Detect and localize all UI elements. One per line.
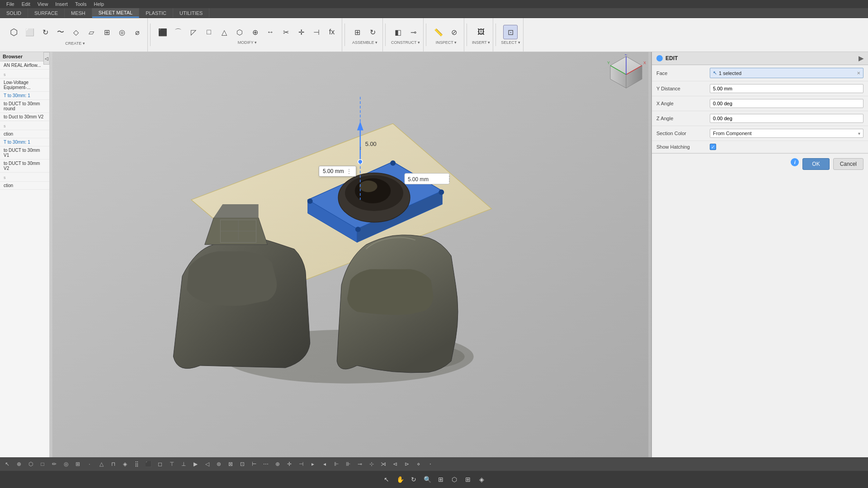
assemble-joint-btn[interactable]: ⊞: [350, 25, 364, 39]
panel-item-duct-v1[interactable]: to DUCT to 30mm V1: [0, 146, 49, 160]
zangle-input[interactable]: [710, 114, 863, 123]
menu-edit[interactable]: Edit: [19, 1, 33, 7]
modify-fillet-btn[interactable]: ⌒: [171, 25, 185, 39]
construct-plane-btn[interactable]: ◧: [391, 25, 405, 39]
sectioncolor-select[interactable]: From Component ▾: [710, 129, 863, 138]
tool-m3-btn[interactable]: ⊤: [166, 459, 177, 469]
tool-m21-btn[interactable]: ⋊: [378, 459, 389, 469]
create-sweep-btn[interactable]: 〜: [53, 25, 68, 39]
panel-item-duct-v2[interactable]: to Duct to 30mm V2: [0, 113, 49, 121]
menu-file[interactable]: File: [4, 1, 17, 7]
panel-item-duct-v2b[interactable]: to DUCT to 30mm V2: [0, 160, 49, 173]
tab-sheetmetal[interactable]: SHEET METAL: [92, 8, 139, 18]
panel-item-lowvoltage[interactable]: Low-Voltage Equipment-...: [0, 79, 49, 92]
tool-m17-btn[interactable]: ⊩: [331, 459, 342, 469]
insert-image-btn[interactable]: 🖼: [474, 25, 488, 39]
tab-surface[interactable]: SURFACE: [28, 8, 65, 18]
tool-m23-btn[interactable]: ⊳: [401, 459, 412, 469]
bottom-zoomfit-btn[interactable]: ⊞: [435, 474, 447, 485]
create-thread-btn[interactable]: ⌀: [130, 25, 145, 39]
tool-m12-btn[interactable]: ⊕: [272, 459, 283, 469]
tool-m22-btn[interactable]: ⊲: [390, 459, 401, 469]
tool-m4-btn[interactable]: ⊥: [178, 459, 189, 469]
tool-sketch-btn[interactable]: ✏: [49, 459, 60, 469]
ydistance-input[interactable]: [710, 84, 863, 93]
face-clear-btn[interactable]: ×: [857, 70, 860, 76]
tool-m14-btn[interactable]: ⊣: [296, 459, 307, 469]
menu-view[interactable]: View: [35, 1, 51, 7]
panel-item-t30mm-1[interactable]: T to 30mm: 1: [0, 92, 49, 100]
tool-m5-btn[interactable]: ▶: [190, 459, 201, 469]
panel-toggle[interactable]: ◁: [43, 52, 50, 65]
create-hole-btn[interactable]: ◎: [115, 25, 129, 39]
tool-origin-btn[interactable]: ◎: [61, 459, 71, 469]
bottom-orbit-btn[interactable]: ↻: [408, 474, 420, 485]
create-web-btn[interactable]: ⊞: [99, 25, 114, 39]
modify-draft-btn[interactable]: △: [217, 25, 231, 39]
tool-component-btn[interactable]: ⬡: [25, 459, 36, 469]
tool-m10-btn[interactable]: ⊢: [249, 459, 259, 469]
info-button[interactable]: i: [791, 158, 799, 166]
modify-scale-btn[interactable]: ⬡: [232, 25, 247, 39]
tooltip-more-btn[interactable]: ⋮: [346, 168, 352, 175]
tab-solid[interactable]: SOLID: [0, 8, 28, 18]
create-rib-btn[interactable]: ▱: [84, 25, 99, 39]
xangle-input[interactable]: [710, 99, 863, 108]
modify-replace-face-btn[interactable]: ↔: [263, 25, 278, 39]
tool-pattern-btn[interactable]: ⣿: [131, 459, 142, 469]
showhatching-checkbox[interactable]: ✓: [710, 144, 716, 150]
bottom-grid-btn[interactable]: ⊞: [462, 474, 474, 485]
tool-m24-btn[interactable]: ⋄: [413, 459, 424, 469]
select-btn[interactable]: ⊡: [503, 25, 518, 39]
tool-m6-btn[interactable]: ◁: [202, 459, 212, 469]
tool-m8-btn[interactable]: ⊠: [225, 459, 236, 469]
modify-chamfer-btn[interactable]: ◸: [186, 25, 201, 39]
sectioncolor-arrow[interactable]: ▾: [858, 131, 860, 136]
tab-mesh[interactable]: MESH: [65, 8, 92, 18]
tool-m7-btn[interactable]: ⊛: [213, 459, 224, 469]
tool-point-btn[interactable]: ·: [84, 459, 95, 469]
modify-split-btn[interactable]: ✂: [278, 25, 293, 39]
tool-select-btn[interactable]: ↖: [2, 459, 13, 469]
tool-m16-btn[interactable]: ◂: [319, 459, 330, 469]
bottom-zoom-btn[interactable]: 🔍: [421, 474, 433, 485]
tool-weld-btn[interactable]: △: [96, 459, 107, 469]
tool-m15-btn[interactable]: ▸: [307, 459, 318, 469]
bottom-pan-btn[interactable]: ✋: [394, 474, 406, 485]
modify-shell-btn[interactable]: □: [202, 25, 216, 39]
panel-item-project[interactable]: AN REAL Airflow...: [0, 61, 49, 70]
tool-m18-btn[interactable]: ⊪: [343, 459, 354, 469]
bottom-select-btn[interactable]: ↖: [381, 474, 392, 485]
modify-move-btn[interactable]: ✛: [294, 25, 308, 39]
create-new-component-btn[interactable]: ⬡: [5, 24, 22, 40]
tool-snap-btn[interactable]: ⊕: [14, 459, 24, 469]
tool-joint2-btn[interactable]: ⊓: [108, 459, 118, 469]
tool-m20-btn[interactable]: ⊹: [366, 459, 377, 469]
menu-help[interactable]: Help: [91, 1, 107, 7]
modify-fx-btn[interactable]: fx: [325, 25, 339, 39]
inspect-interference-btn[interactable]: ⊘: [447, 25, 461, 39]
ok-button[interactable]: OK: [802, 158, 829, 170]
tool-m19-btn[interactable]: ⊸: [354, 459, 365, 469]
panel-item-duct-round[interactable]: to DUCT to 30mm round: [0, 100, 49, 113]
tool-m25-btn[interactable]: ⋅: [425, 459, 436, 469]
view-cube[interactable]: X Y Z: [606, 54, 646, 95]
bottom-display-btn[interactable]: ⬡: [448, 474, 460, 485]
cancel-button[interactable]: Cancel: [833, 158, 863, 170]
tab-utilities[interactable]: UTILITIES: [173, 8, 209, 18]
tool-m1-btn[interactable]: ⬛: [143, 459, 154, 469]
assemble-motion-btn[interactable]: ↻: [365, 25, 380, 39]
panel-item-ction[interactable]: ction: [0, 130, 49, 138]
tool-cut-btn[interactable]: ◈: [119, 459, 130, 469]
panel-item-ction2[interactable]: ction: [0, 182, 49, 190]
create-extrude-btn[interactable]: ⬜: [23, 25, 37, 39]
face-value[interactable]: ↖ 1 selected ×: [710, 68, 863, 78]
create-loft-btn[interactable]: ◇: [69, 25, 83, 39]
inspect-measure-btn[interactable]: 📏: [431, 25, 446, 39]
tool-m11-btn[interactable]: ⋯: [260, 459, 271, 469]
tool-body-btn[interactable]: □: [37, 459, 48, 469]
tool-joint-btn[interactable]: ⊞: [72, 459, 83, 469]
modify-combine-btn[interactable]: ⊕: [248, 25, 262, 39]
create-revolve-btn[interactable]: ↻: [38, 25, 52, 39]
construct-axis-btn[interactable]: ⊸: [406, 25, 420, 39]
